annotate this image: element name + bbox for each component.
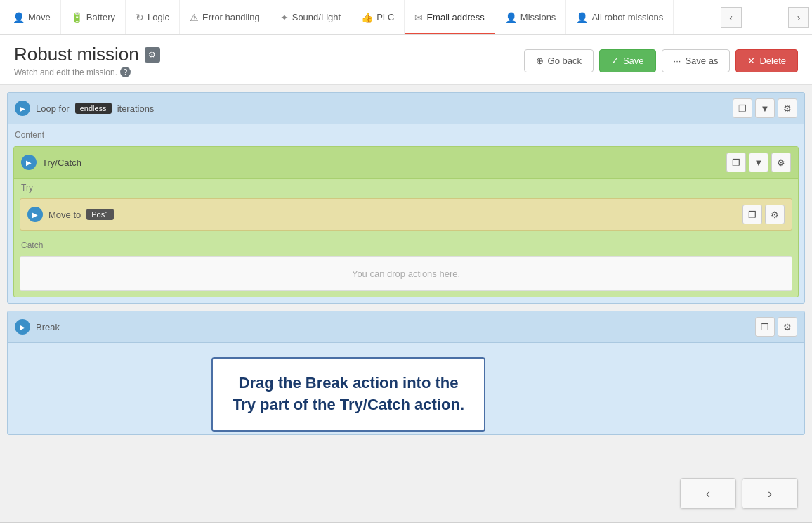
save-button[interactable]: ✓ Save <box>599 49 656 72</box>
logic-tab-icon: ↻ <box>136 12 144 23</box>
break-run-icon: ▶ <box>15 319 30 335</box>
tab-sound-label: Sound/Light <box>292 12 341 22</box>
bottom-prev-button[interactable]: ‹ <box>680 478 736 509</box>
content-label: Content <box>8 124 804 143</box>
title-row: Robust mission ⚙ <box>14 44 160 65</box>
move-gear-button[interactable]: ⚙ <box>765 205 785 224</box>
try-catch-header-right: ❐ ▼ ⚙ <box>726 153 791 172</box>
loop-header: ▶ Loop for endless iterations ❐ ▼ ⚙ <box>8 93 804 124</box>
bottom-next-button[interactable]: › <box>742 478 798 509</box>
tab-plc[interactable]: 👍 PLC <box>351 0 405 35</box>
page-header: Robust mission ⚙ Watch and edit the miss… <box>0 35 812 85</box>
loop-block: ▶ Loop for endless iterations ❐ ▼ ⚙ Cont… <box>7 92 805 304</box>
tooltip-text: Drag the Break action into the Try part … <box>230 373 467 416</box>
tab-bar: 👤 Move 🔋 Battery ↻ Logic ⚠ Error handlin… <box>0 0 812 35</box>
loop-copy-button[interactable]: ❐ <box>733 98 752 118</box>
battery-tab-icon: 🔋 <box>71 12 83 23</box>
title-gear-icon[interactable]: ⚙ <box>145 47 160 63</box>
tab-plc-label: PLC <box>376 12 394 22</box>
move-run-icon: ▶ <box>27 207 43 222</box>
loop-run-icon: ▶ <box>15 101 30 116</box>
tab-all-robot-missions[interactable]: 👤 All robot missions <box>566 0 674 35</box>
try-catch-label: Try/Catch <box>42 157 81 168</box>
help-icon[interactable]: ? <box>120 67 131 77</box>
loop-dropdown-button[interactable]: ▼ <box>755 98 775 118</box>
page-subtitle: Watch and edit the mission. ? <box>14 67 160 77</box>
tab-error-label: Error handling <box>202 12 260 22</box>
try-catch-copy-button[interactable]: ❐ <box>726 153 746 172</box>
tab-logic[interactable]: ↻ Logic <box>126 0 180 35</box>
tab-logic-label: Logic <box>148 12 169 22</box>
try-section-label: Try <box>14 179 798 195</box>
tab-battery-label: Battery <box>86 12 115 22</box>
catch-section-label: Catch <box>14 236 798 253</box>
tab-move-label: Move <box>28 12 51 22</box>
break-header-right: ❐ ⚙ <box>755 317 797 337</box>
main-content: ▶ Loop for endless iterations ❐ ▼ ⚙ Cont… <box>0 85 812 522</box>
save-as-icon: ··· <box>674 56 681 66</box>
save-check-icon: ✓ <box>611 56 619 66</box>
go-back-button[interactable]: ⊕ Go back <box>524 49 594 72</box>
move-block: ▶ Move to Pos1 ❐ ⚙ <box>20 198 792 231</box>
subtitle-text: Watch and edit the mission. <box>14 67 117 77</box>
break-label: Break <box>36 322 60 332</box>
break-gear-button[interactable]: ⚙ <box>778 317 797 337</box>
plc-tab-icon: 👍 <box>361 12 373 23</box>
pos-badge: Pos1 <box>86 209 114 220</box>
loop-header-left: ▶ Loop for endless iterations <box>15 101 154 116</box>
move-block-left: ▶ Move to Pos1 <box>27 207 114 222</box>
go-back-label: Go back <box>548 56 582 66</box>
delete-label: Delete <box>759 56 786 66</box>
loop-header-right: ❐ ▼ ⚙ <box>733 98 797 118</box>
error-tab-icon: ⚠ <box>190 12 199 23</box>
missions-tab-icon: 👤 <box>505 12 517 23</box>
tab-move[interactable]: 👤 Move <box>3 0 61 35</box>
tab-missions-label: Missions <box>520 12 556 22</box>
move-tab-icon: 👤 <box>13 12 25 23</box>
break-body: Drag the Break action into the Try part … <box>8 343 804 434</box>
break-header: ▶ Break ❐ ⚙ <box>8 311 804 343</box>
break-copy-button[interactable]: ❐ <box>755 317 775 337</box>
tab-missions[interactable]: 👤 Missions <box>495 0 567 35</box>
bottom-nav: ‹ › <box>680 478 798 509</box>
tab-battery[interactable]: 🔋 Battery <box>61 0 126 35</box>
tab-next-button[interactable]: › <box>788 7 809 28</box>
tooltip-box: Drag the Break action into the Try part … <box>211 357 485 432</box>
try-catch-header: ▶ Try/Catch ❐ ▼ ⚙ <box>14 147 798 179</box>
sound-tab-icon: ✦ <box>280 12 289 23</box>
delete-button[interactable]: ✕ Delete <box>735 49 798 72</box>
try-catch-block: ▶ Try/Catch ❐ ▼ ⚙ Try ▶ Move to Pos1 <box>13 146 799 297</box>
break-block[interactable]: ▶ Break ❐ ⚙ Drag the Break action into t… <box>7 311 805 435</box>
tab-all-missions-label: All robot missions <box>591 12 663 22</box>
try-catch-gear-button[interactable]: ⚙ <box>771 153 791 172</box>
tab-email[interactable]: ✉ Email address <box>405 0 495 35</box>
tab-sound-light[interactable]: ✦ Sound/Light <box>270 0 351 35</box>
email-tab-icon: ✉ <box>414 12 423 23</box>
break-header-left: ▶ Break <box>15 319 60 335</box>
loop-prefix: Loop for <box>36 103 70 114</box>
drop-zone-text: You can drop actions here. <box>352 269 460 279</box>
try-catch-run-icon: ▶ <box>21 155 37 170</box>
loop-suffix: iterations <box>117 103 155 114</box>
loop-badge: endless <box>75 103 112 114</box>
move-prefix: Move to <box>48 209 81 220</box>
save-label: Save <box>623 56 644 66</box>
move-copy-button[interactable]: ❐ <box>742 205 762 224</box>
loop-gear-button[interactable]: ⚙ <box>778 98 797 118</box>
try-catch-dropdown-button[interactable]: ▼ <box>749 153 768 172</box>
tab-error-handling[interactable]: ⚠ Error handling <box>180 0 270 35</box>
save-as-button[interactable]: ··· Save as <box>662 49 731 72</box>
tab-prev-button[interactable]: ‹ <box>721 7 742 28</box>
header-actions: ⊕ Go back ✓ Save ··· Save as ✕ Delete <box>524 49 798 72</box>
go-back-icon: ⊕ <box>536 56 544 66</box>
header-left: Robust mission ⚙ Watch and edit the miss… <box>14 44 160 77</box>
save-as-label: Save as <box>685 56 718 66</box>
page-title: Robust mission <box>14 44 139 65</box>
all-missions-tab-icon: 👤 <box>576 12 588 23</box>
catch-drop-zone: You can drop actions here. <box>20 256 792 291</box>
try-catch-header-left: ▶ Try/Catch <box>21 155 81 170</box>
delete-icon: ✕ <box>747 56 755 66</box>
move-block-right: ❐ ⚙ <box>742 205 785 224</box>
tab-email-label: Email address <box>426 12 484 22</box>
